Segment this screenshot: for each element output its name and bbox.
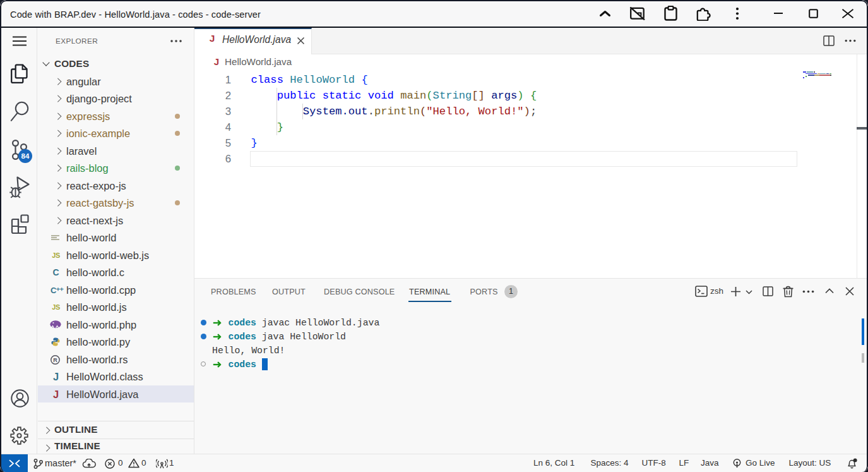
- svg-text:R: R: [53, 357, 57, 363]
